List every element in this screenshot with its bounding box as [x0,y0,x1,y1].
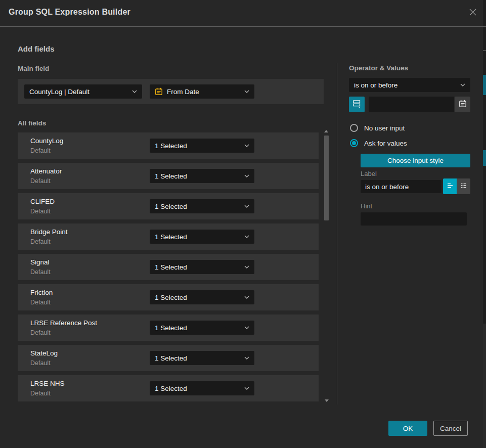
main-layer-select-value: CountyLog | Default [29,88,129,96]
field-selection-select[interactable]: 1 Selected [150,290,254,304]
radio-icon [350,139,358,147]
radio-icon [350,124,358,132]
field-sublabel: Default [30,390,51,397]
ok-button[interactable]: OK [388,421,427,436]
dialog-title-bar: Group SQL Expression Builder [0,0,483,27]
choose-input-style-button[interactable]: Choose input style [361,154,470,167]
field-name: StateLog [30,349,58,357]
calendar-icon [155,87,163,96]
add-fields-heading: Add fields [18,44,55,53]
field-sublabel: Default [30,329,51,336]
scrollbar-thumb[interactable] [324,136,329,220]
calendar-icon [459,100,467,110]
field-selection-select[interactable]: 1 Selected [150,199,254,213]
cancel-button[interactable]: Cancel [433,421,468,436]
field-selection-select[interactable]: 1 Selected [150,230,254,244]
close-icon [469,8,477,18]
align-left-icon [446,182,454,192]
operator-select[interactable]: is on or before [349,78,470,92]
operator-select-value: is on or before [354,81,457,89]
field-name: Bridge Point [30,228,68,236]
field-selection-select[interactable]: 1 Selected [150,139,254,153]
date-value-input[interactable] [369,97,454,112]
radio-no-user-input[interactable]: No user input [350,124,405,132]
chevron-down-icon [244,387,249,390]
hint-field-label: Hint [361,202,372,210]
chevron-down-icon [244,296,249,299]
field-name: LRSE NHS [30,380,65,387]
radio-ask-for-values-label: Ask for values [364,140,407,147]
date-picker-button[interactable] [455,97,470,112]
hint-value-input[interactable] [361,212,467,226]
field-sublabel: Default [30,208,51,215]
field-selection-select[interactable]: 1 Selected [150,169,254,183]
field-sublabel: Default [30,299,51,306]
field-selection-value: 1 Selected [155,233,241,241]
field-selection-value: 1 Selected [155,172,241,180]
dialog-title: Group SQL Expression Builder [9,8,130,17]
main-layer-select[interactable]: CountyLog | Default [24,84,142,99]
field-selection-select[interactable]: 1 Selected [150,351,254,365]
field-selection-select[interactable]: 1 Selected [150,260,254,274]
field-selection-value: 1 Selected [155,354,241,362]
field-selection-value: 1 Selected [155,385,241,392]
field-row: LRSE NHS Default 1 Selected [18,375,319,401]
main-field-panel: CountyLog | Default From Date [18,79,324,104]
input-style-single-button[interactable] [443,178,457,194]
value-source-button[interactable] [349,97,365,112]
field-name: Friction [30,289,53,296]
field-selection-value: 1 Selected [155,324,241,332]
label-value-input[interactable] [361,180,441,193]
all-fields-label: All fields [18,119,46,127]
field-selection-value: 1 Selected [155,203,241,210]
field-name: CountyLog [30,137,63,145]
list-icon [460,182,468,192]
operator-values-heading: Operator & Values [349,64,408,72]
chevron-down-icon [244,265,249,268]
field-row: Friction Default 1 Selected [18,284,319,310]
chevron-down-icon [244,235,249,238]
field-selection-value: 1 Selected [155,142,241,150]
field-sublabel: Default [30,360,51,367]
field-selection-select[interactable]: 1 Selected [150,321,254,335]
main-field-select[interactable]: From Date [150,84,254,99]
panel-divider [337,63,337,405]
chevron-down-icon [244,174,249,177]
stack-icon [352,99,361,110]
field-selection-value: 1 Selected [155,294,241,301]
field-name: LRSE Reference Post [30,319,97,327]
label-field-label: Label [361,170,377,177]
chevron-down-icon [244,144,249,147]
field-row: LRSE Reference Post Default 1 Selected [18,315,319,341]
field-sublabel: Default [30,177,51,185]
chevron-down-icon [132,90,137,93]
field-name: Signal [30,258,50,266]
radio-ask-for-values[interactable]: Ask for values [350,139,407,147]
field-name: Attenuator [30,167,62,175]
chevron-down-icon [244,326,249,329]
main-field-select-value: From Date [167,88,241,96]
radio-no-user-input-label: No user input [364,124,405,132]
input-style-list-button[interactable] [457,178,470,194]
chevron-down-icon [460,83,465,86]
field-selection-select[interactable]: 1 Selected [150,381,254,395]
scroll-down-icon[interactable] [325,399,329,402]
field-row: Signal Default 1 Selected [18,254,319,280]
field-row: CountyLog Default 1 Selected [18,132,319,159]
field-sublabel: Default [30,147,51,154]
field-row: Attenuator Default 1 Selected [18,163,319,189]
field-row: Bridge Point Default 1 Selected [18,223,319,250]
field-name: CLIFED [30,198,55,205]
main-field-label: Main field [18,65,49,72]
field-row: CLIFED Default 1 Selected [18,193,319,219]
chevron-down-icon [244,356,249,360]
close-button[interactable] [467,8,478,19]
field-sublabel: Default [30,268,51,276]
field-sublabel: Default [30,238,51,245]
field-selection-value: 1 Selected [155,263,241,271]
background-app-edge [483,0,486,448]
scroll-up-icon[interactable] [324,130,328,132]
chevron-down-icon [244,205,249,208]
chevron-down-icon [244,90,249,93]
field-row: StateLog Default 1 Selected [18,345,319,371]
